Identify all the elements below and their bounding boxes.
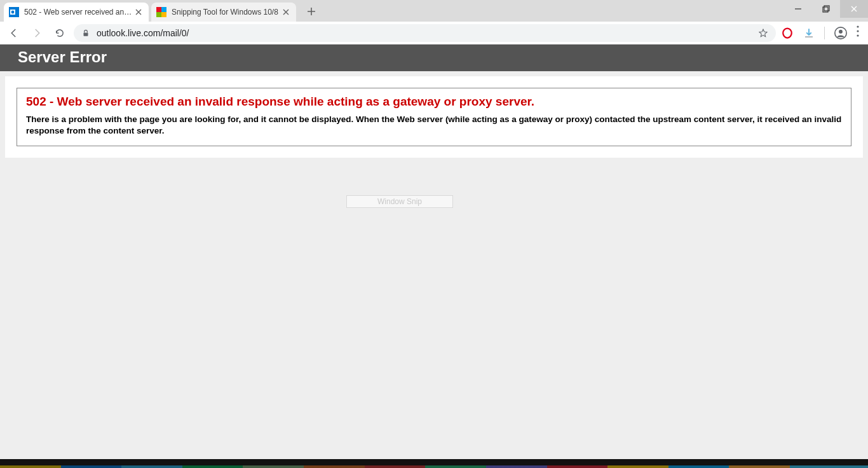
address-bar[interactable]: outlook.live.com/mail/0/ — [74, 24, 776, 42]
opera-extension-icon[interactable] — [781, 27, 794, 39]
svg-rect-5 — [156, 12, 161, 17]
svg-rect-6 — [161, 12, 166, 17]
page-content: Server Error 502 - Web server received a… — [0, 45, 868, 459]
maximize-button[interactable] — [812, 0, 840, 18]
download-icon[interactable] — [803, 27, 815, 39]
svg-rect-8 — [824, 6, 829, 11]
close-tab-icon[interactable] — [133, 7, 144, 17]
browser-tab-strip: 502 - Web server received an inv Snippin… — [0, 0, 868, 22]
snip-tooltip: Window Snip — [346, 195, 453, 208]
toolbar-right — [781, 25, 863, 40]
svg-rect-7 — [823, 7, 828, 12]
outlook-favicon-icon — [9, 7, 19, 17]
browser-toolbar: outlook.live.com/mail/0/ — [0, 22, 868, 45]
reload-button[interactable] — [51, 24, 69, 42]
error-title: 502 - Web server received an invalid res… — [26, 95, 842, 109]
browser-menu-button[interactable] — [857, 25, 859, 40]
profile-avatar-icon[interactable] — [834, 26, 848, 40]
multicolor-favicon-icon — [156, 7, 166, 17]
toolbar-divider — [824, 27, 825, 39]
back-button[interactable] — [5, 24, 23, 42]
lock-icon — [81, 29, 90, 38]
forward-button[interactable] — [28, 24, 46, 42]
svg-point-14 — [857, 30, 858, 32]
error-description: There is a problem with the page you are… — [26, 114, 842, 137]
bookmark-star-icon[interactable] — [758, 28, 768, 38]
windows-taskbar[interactable] — [0, 459, 868, 468]
browser-tab[interactable]: Snipping Tool for Windows 10/8 — [151, 3, 296, 22]
page-title: Server Error — [0, 45, 868, 71]
close-tab-icon[interactable] — [281, 7, 291, 17]
url-text: outlook.live.com/mail/0/ — [97, 28, 758, 38]
minimize-button[interactable] — [784, 0, 812, 18]
browser-tab-active[interactable]: 502 - Web server received an inv — [4, 3, 149, 22]
tab-title: Snipping Tool for Windows 10/8 — [172, 8, 281, 17]
taskbar-icons-strip — [0, 465, 868, 468]
svg-point-10 — [783, 28, 792, 38]
svg-rect-4 — [161, 7, 166, 12]
svg-point-15 — [857, 34, 858, 36]
svg-point-2 — [11, 11, 15, 14]
window-controls — [784, 0, 868, 18]
svg-point-13 — [857, 25, 858, 27]
new-tab-button[interactable] — [302, 3, 320, 20]
error-box: 502 - Web server received an invalid res… — [17, 88, 851, 146]
tab-title: 502 - Web server received an inv — [24, 8, 133, 17]
svg-rect-9 — [84, 32, 88, 36]
svg-rect-3 — [156, 7, 161, 12]
content-wrap: 502 - Web server received an invalid res… — [5, 76, 863, 158]
svg-point-12 — [839, 29, 843, 33]
close-window-button[interactable] — [840, 0, 868, 18]
